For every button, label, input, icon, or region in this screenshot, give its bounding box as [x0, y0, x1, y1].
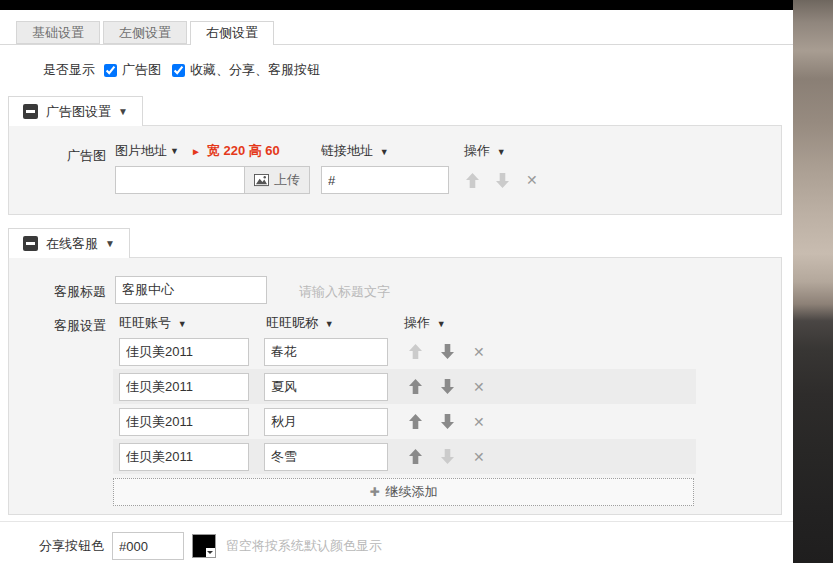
delete-icon[interactable]: ✕	[473, 380, 485, 394]
chevron-down-icon: ▼	[497, 147, 506, 157]
link-url-column-header[interactable]: 链接地址	[321, 143, 373, 158]
delete-icon[interactable]: ✕	[526, 173, 538, 187]
service-settings-label: 客服设置	[9, 317, 106, 335]
move-down-icon[interactable]	[441, 414, 454, 429]
account-input[interactable]	[119, 338, 249, 366]
display-options-row: 是否显示 广告图 收藏、分享、客服按钮	[43, 60, 331, 80]
table-row: ✕	[113, 439, 696, 474]
service-title-hint: 请输入标题文字	[299, 283, 390, 301]
settings-tabbar: 基础设置 左侧设置 右侧设置	[0, 21, 793, 45]
color-picker-corner-icon	[206, 548, 215, 557]
row-ops: ✕	[409, 344, 485, 359]
image-icon	[254, 174, 269, 187]
move-down-icon[interactable]	[441, 449, 454, 464]
delete-icon[interactable]: ✕	[473, 450, 485, 464]
move-up-icon[interactable]	[466, 173, 479, 188]
share-color-hint: 留空将按系统默认颜色显示	[226, 537, 382, 555]
share-color-label: 分享按钮色	[0, 537, 104, 555]
add-more-label: 继续添加	[386, 483, 438, 501]
add-more-button[interactable]: ✚ 继续添加	[113, 478, 694, 506]
ad-section-title: 广告图设置	[46, 103, 111, 121]
nickname-input[interactable]	[264, 443, 388, 471]
ad-link-url-input[interactable]	[321, 166, 449, 194]
row-ops: ✕	[409, 414, 485, 429]
nickname-input[interactable]	[264, 373, 388, 401]
chevron-down-icon: ▼	[118, 106, 128, 117]
collapse-minus-icon[interactable]	[23, 104, 38, 119]
page: 基础设置 左侧设置 右侧设置 是否显示 广告图 收藏、分享、客服按钮 广告图设置…	[0, 0, 833, 563]
row-ops: ✕	[409, 379, 485, 394]
ad-section-panel: 广告图 图片地址 ▼ ► 宽 220 高 60 链接地址 ▼ 操作 ▼	[8, 125, 782, 215]
tab-basic-settings[interactable]: 基础设置	[16, 21, 100, 44]
move-up-icon[interactable]	[409, 449, 422, 464]
upload-button-label: 上传	[274, 171, 300, 189]
share-color-row: 分享按钮色 留空将按系统默认颜色显示	[0, 532, 382, 560]
plus-icon: ✚	[369, 485, 379, 499]
table-row: ✕	[113, 404, 696, 439]
move-up-icon[interactable]	[409, 379, 422, 394]
chevron-down-icon: ▼	[105, 238, 115, 249]
delete-icon[interactable]: ✕	[473, 345, 485, 359]
table-row: ✕	[113, 369, 696, 404]
upload-button[interactable]: 上传	[244, 166, 310, 194]
move-up-icon[interactable]	[409, 414, 422, 429]
move-down-icon[interactable]	[441, 379, 454, 394]
delete-icon[interactable]: ✕	[473, 415, 485, 429]
service-title-input[interactable]	[115, 276, 267, 304]
tab-left-settings[interactable]: 左侧设置	[103, 21, 187, 44]
service-table: 旺旺账号 ▼ 旺旺昵称 ▼ 操作 ▼ ✕	[113, 312, 696, 506]
account-input[interactable]	[119, 408, 249, 436]
display-option-buttons: 收藏、分享、客服按钮	[172, 61, 320, 79]
size-hint-text: 宽 220 高 60	[207, 142, 280, 160]
display-option-ad: 广告图	[104, 61, 161, 79]
service-section-title: 在线客服	[46, 235, 98, 253]
top-black-bar	[0, 0, 793, 10]
buttons-visible-label: 收藏、分享、客服按钮	[190, 61, 320, 79]
move-up-icon[interactable]	[409, 344, 422, 359]
service-section-panel: 客服标题 请输入标题文字 客服设置 旺旺账号 ▼ 旺旺昵称 ▼ 操作 ▼	[8, 257, 782, 515]
decor-photo	[793, 0, 833, 563]
divider	[0, 521, 793, 522]
buttons-visible-checkbox[interactable]	[172, 64, 185, 77]
chevron-down-icon: ▼	[178, 319, 187, 329]
display-options-label: 是否显示	[43, 61, 95, 79]
ad-visible-checkbox[interactable]	[104, 64, 117, 77]
collapse-minus-icon[interactable]	[23, 236, 38, 251]
size-hint-arrow-icon: ►	[191, 146, 201, 157]
row-ops: ✕	[409, 449, 485, 464]
chevron-down-icon: ▼	[325, 319, 334, 329]
nickname-input[interactable]	[264, 338, 388, 366]
ops-column-header[interactable]: 操作	[404, 315, 430, 330]
account-input[interactable]	[119, 443, 249, 471]
ad-section-header[interactable]: 广告图设置 ▼	[8, 96, 143, 126]
nickname-input[interactable]	[264, 408, 388, 436]
service-section-header[interactable]: 在线客服 ▼	[8, 228, 130, 258]
ad-image-url-input[interactable]	[115, 166, 245, 194]
nickname-column-header[interactable]: 旺旺昵称	[266, 315, 318, 330]
service-title-label: 客服标题	[9, 283, 106, 301]
move-down-icon[interactable]	[496, 173, 509, 188]
image-url-column-header[interactable]: 图片地址	[115, 142, 167, 160]
ad-row-label: 广告图	[9, 147, 106, 165]
chevron-down-icon: ▼	[380, 147, 389, 157]
tab-right-settings[interactable]: 右侧设置	[190, 21, 274, 45]
account-input[interactable]	[119, 373, 249, 401]
share-color-input[interactable]	[112, 532, 184, 560]
account-column-header[interactable]: 旺旺账号	[119, 315, 171, 330]
image-size-hint: ► 宽 220 高 60	[191, 142, 280, 160]
ad-visible-label: 广告图	[122, 61, 161, 79]
color-picker-swatch[interactable]	[192, 534, 216, 558]
ad-ops-column-header[interactable]: 操作	[464, 143, 490, 158]
service-table-header: 旺旺账号 ▼ 旺旺昵称 ▼ 操作 ▼	[113, 312, 696, 334]
move-down-icon[interactable]	[441, 344, 454, 359]
chevron-down-icon: ▼	[437, 319, 446, 329]
table-row: ✕	[113, 334, 696, 369]
ad-row-ops: ✕	[466, 166, 538, 194]
chevron-down-icon: ▼	[170, 146, 179, 156]
